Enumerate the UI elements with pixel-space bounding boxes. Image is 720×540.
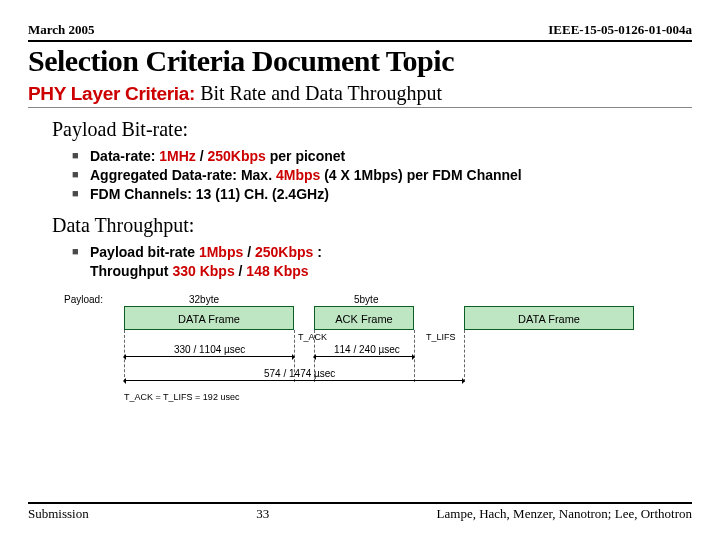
b4-l1b: 1Mbps xyxy=(199,244,243,260)
throughput-bullets: Payload bit-rate 1Mbps / 250Kbps : Throu… xyxy=(72,243,692,281)
section-throughput-h: Data Throughput: xyxy=(52,214,692,237)
header-bar: March 2005 IEEE-15-05-0126-01-004a xyxy=(28,22,692,42)
arrow-data-time xyxy=(124,356,294,357)
b1-mid1: / xyxy=(196,148,208,164)
bullet-3: FDM Channels: 13 (11) CH. (2.4GHz) xyxy=(72,185,692,204)
b1-mid2: per piconet xyxy=(266,148,345,164)
b4-l2a: Throughput xyxy=(90,263,172,279)
box-data-frame-1: DATA Frame xyxy=(124,306,294,330)
section-payload-h: Payload Bit-rate: xyxy=(52,118,692,141)
timing-diagram: Payload: 32byte 5byte DATA Frame ACK Fra… xyxy=(64,288,692,408)
b2-red: 4Mbps xyxy=(276,167,320,183)
subtitle-rest: Bit Rate and Data Throughput xyxy=(195,82,442,104)
label-data-time: 330 / 1104 µsec xyxy=(174,344,245,355)
footer-bar: Submission 33 Lampe, Hach, Menzer, Nanot… xyxy=(28,502,692,522)
subtitle-highlight: PHY Layer Criteria: xyxy=(28,83,195,104)
footer-left: Submission xyxy=(28,506,89,522)
label-5byte: 5byte xyxy=(354,294,378,305)
arrow-total-time xyxy=(124,380,464,381)
b4-l1a: Payload bit-rate xyxy=(90,244,199,260)
label-tack: T_ACK xyxy=(298,332,327,342)
b4-l2c: / xyxy=(235,263,247,279)
b4-l2b: 330 Kbps xyxy=(172,263,234,279)
tick xyxy=(464,330,465,382)
label-32byte: 32byte xyxy=(189,294,219,305)
b2-post: (4 X 1Mbps) per FDM Channel xyxy=(320,167,521,183)
header-date: March 2005 xyxy=(28,22,95,38)
bullet-4: Payload bit-rate 1Mbps / 250Kbps : Throu… xyxy=(72,243,692,281)
bullet-1: Data-rate: 1MHz / 250Kbps per piconet xyxy=(72,147,692,166)
timing-note: T_ACK = T_LIFS = 192 usec xyxy=(124,392,239,402)
footer-right: Lampe, Hach, Menzer, Nanotron; Lee, Orth… xyxy=(437,506,692,522)
b2-pre: Aggregated Data-rate: Max. xyxy=(90,167,276,183)
payload-bullets: Data-rate: 1MHz / 250Kbps per piconet Ag… xyxy=(72,147,692,204)
label-ack-time: 114 / 240 µsec xyxy=(334,344,400,355)
label-total-time: 574 / 1474 µsec xyxy=(264,368,335,379)
b4-l2d: 148 Kbps xyxy=(246,263,308,279)
b1-red1: 1MHz xyxy=(159,148,196,164)
header-docnum: IEEE-15-05-0126-01-004a xyxy=(548,22,692,38)
label-payload: Payload: xyxy=(64,294,103,305)
b1-pre: Data-rate: xyxy=(90,148,159,164)
b1-red2: 250Kbps xyxy=(207,148,265,164)
box-ack-frame: ACK Frame xyxy=(314,306,414,330)
b4-l1d: 250Kbps xyxy=(255,244,313,260)
arrow-ack-time xyxy=(314,356,414,357)
slide-title: Selection Criteria Document Topic xyxy=(28,44,692,78)
footer-page: 33 xyxy=(256,506,269,522)
b4-l1e: : xyxy=(313,244,322,260)
label-tlifs: T_LIFS xyxy=(426,332,456,342)
box-data-frame-2: DATA Frame xyxy=(464,306,634,330)
subtitle: PHY Layer Criteria: Bit Rate and Data Th… xyxy=(28,82,692,108)
bullet-2: Aggregated Data-rate: Max. 4Mbps (4 X 1M… xyxy=(72,166,692,185)
b4-l1c: / xyxy=(243,244,255,260)
